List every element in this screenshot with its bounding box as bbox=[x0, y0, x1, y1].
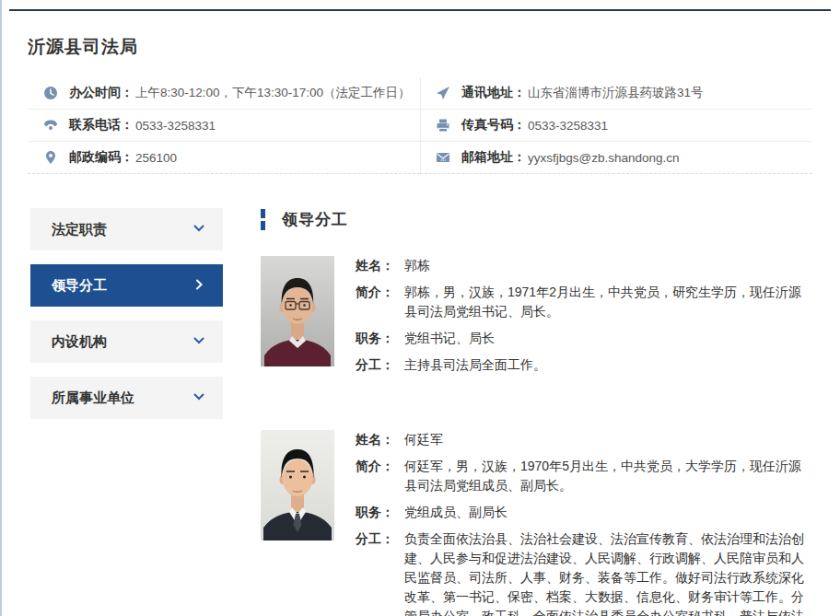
chevron-down-icon bbox=[192, 334, 205, 350]
field-label: 分工： bbox=[356, 355, 404, 375]
section-marker-icon bbox=[261, 209, 265, 230]
sidebar-item-label: 所属事业单位 bbox=[52, 389, 134, 407]
page-title: 沂源县司法局 bbox=[28, 35, 840, 59]
leader-name: 郭栋 bbox=[404, 256, 430, 275]
contact-item-phone: 联系电话： 0533-3258331 bbox=[28, 110, 420, 142]
contact-value: 0533-3258331 bbox=[135, 119, 216, 133]
leader-fields: 姓名： 郭栋 简介： 郭栋，男，汉族，1971年2月出生，中共党员，研究生学历，… bbox=[356, 256, 812, 382]
contact-label: 传真号码： bbox=[461, 117, 526, 134]
field-label: 姓名： bbox=[356, 256, 404, 275]
envelope-icon bbox=[436, 150, 450, 165]
contact-label: 办公时间： bbox=[69, 85, 134, 101]
field-label: 简介： bbox=[356, 283, 404, 321]
location-pin-icon bbox=[43, 150, 58, 165]
leader-position: 党组书记、局长 bbox=[404, 329, 495, 348]
field-bio: 简介： 郭栋，男，汉族，1971年2月出生，中共党员，研究生学历，现任沂源县司法… bbox=[356, 283, 812, 321]
section-title: 领导分工 bbox=[282, 209, 348, 230]
field-label: 职务： bbox=[356, 503, 404, 522]
sidebar-item-internal-organs[interactable]: 内设机构 bbox=[30, 320, 223, 363]
leader-fields: 姓名： 何廷军 简介： 何廷军，男，汉族，1970年5月出生，中共党员，大学学历… bbox=[356, 430, 812, 616]
top-divider-rule bbox=[9, 9, 831, 11]
leader-card: 姓名： 郭栋 简介： 郭栋，男，汉族，1971年2月出生，中共党员，研究生学历，… bbox=[261, 256, 812, 382]
leader-position: 党组成员、副局长 bbox=[404, 503, 508, 522]
clock-icon bbox=[43, 86, 58, 100]
contact-value: yyxsfjbgs@zb.shandong.cn bbox=[528, 151, 680, 165]
field-bio: 简介： 何廷军，男，汉族，1970年5月出生，中共党员，大学学历，现任沂源县司法… bbox=[356, 457, 812, 495]
chevron-down-icon bbox=[192, 222, 205, 238]
field-label: 简介： bbox=[356, 457, 404, 495]
fax-icon bbox=[436, 118, 450, 133]
chevron-down-icon bbox=[192, 390, 205, 406]
leader-photo-guodong bbox=[261, 256, 334, 366]
sidebar-item-affiliated-units[interactable]: 所属事业单位 bbox=[30, 377, 223, 419]
field-label: 职务： bbox=[356, 329, 404, 348]
sidebar-item-label: 内设机构 bbox=[52, 333, 107, 351]
sidebar-item-leadership-division[interactable]: 领导分工 bbox=[30, 264, 223, 307]
sidebar-nav: 法定职责 领导分工 内设机构 所属事业单位 bbox=[30, 208, 223, 433]
page-left-edge bbox=[0, 0, 2, 616]
field-duty: 分工： 负责全面依法治县、法治社会建设、法治宣传教育、依法治理和法治创建、人民参… bbox=[356, 529, 812, 616]
chevron-right-icon bbox=[192, 278, 205, 294]
leader-duty: 主持县司法局全面工作。 bbox=[404, 355, 546, 375]
section-header: 领导分工 bbox=[261, 208, 812, 230]
contact-label: 邮政编码： bbox=[69, 149, 134, 166]
field-position: 职务： 党组书记、局长 bbox=[356, 329, 812, 348]
contact-value: 上午8:30-12:00，下午13:30-17:00（法定工作日） bbox=[135, 85, 411, 101]
contact-item-address: 通讯地址： 山东省淄博市沂源县药玻路31号 bbox=[420, 77, 812, 110]
contact-value: 256100 bbox=[135, 151, 177, 165]
field-name: 姓名： 郭栋 bbox=[356, 256, 812, 275]
contact-item-office-hours: 办公时间： 上午8:30-12:00，下午13:30-17:00（法定工作日） bbox=[28, 77, 420, 110]
contact-item-fax: 传真号码： 0533-3258331 bbox=[420, 110, 812, 142]
contact-info-table: 办公时间： 上午8:30-12:00，下午13:30-17:00（法定工作日） … bbox=[28, 77, 812, 174]
leader-name: 何廷军 bbox=[404, 430, 443, 449]
field-label: 分工： bbox=[356, 529, 404, 616]
contact-item-email: 邮箱地址： yyxsfjbgs@zb.shandong.cn bbox=[420, 142, 812, 174]
contact-label: 通讯地址： bbox=[461, 85, 526, 101]
contact-label: 邮箱地址： bbox=[461, 149, 526, 166]
contact-value: 0533-3258331 bbox=[528, 119, 608, 133]
field-duty: 分工： 主持县司法局全面工作。 bbox=[356, 355, 812, 375]
sidebar-item-legal-duties[interactable]: 法定职责 bbox=[30, 208, 223, 250]
sidebar-item-label: 领导分工 bbox=[52, 277, 107, 295]
leader-bio: 郭栋，男，汉族，1971年2月出生，中共党员，研究生学历，现任沂源县司法局党组书… bbox=[404, 283, 812, 321]
contact-value: 山东省淄博市沂源县药玻路31号 bbox=[528, 85, 704, 101]
field-label: 姓名： bbox=[356, 430, 404, 449]
leader-card: 姓名： 何廷军 简介： 何廷军，男，汉族，1970年5月出生，中共党员，大学学历… bbox=[261, 430, 812, 616]
field-position: 职务： 党组成员、副局长 bbox=[356, 503, 812, 522]
leader-photo-hetingjun bbox=[261, 430, 334, 540]
leader-bio: 何廷军，男，汉族，1970年5月出生，中共党员，大学学历，现任沂源县司法局党组成… bbox=[404, 457, 812, 495]
phone-icon bbox=[43, 118, 58, 133]
sidebar-item-label: 法定职责 bbox=[52, 221, 107, 238]
send-icon bbox=[436, 86, 450, 100]
field-name: 姓名： 何廷军 bbox=[356, 430, 812, 449]
leader-duty: 负责全面依法治县、法治社会建设、法治宣传教育、依法治理和法治创建、人民参与和促进… bbox=[404, 529, 812, 616]
main-content: 领导分工 bbox=[261, 208, 812, 616]
contact-label: 联系电话： bbox=[69, 117, 134, 134]
contact-item-postcode: 邮政编码： 256100 bbox=[28, 142, 420, 174]
